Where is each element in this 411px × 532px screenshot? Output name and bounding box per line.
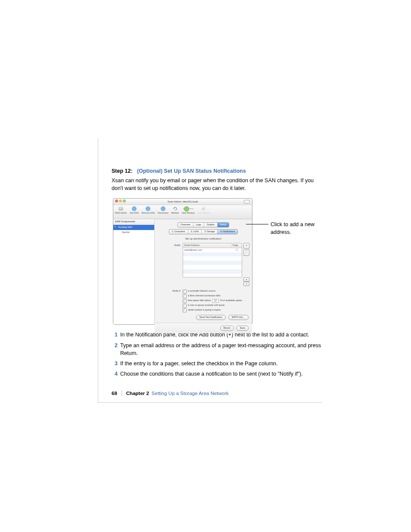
sidebar-header: SAN Components <box>113 219 154 225</box>
checkbox-icon[interactable] <box>183 299 187 303</box>
tab-setup[interactable]: Setup <box>218 223 229 227</box>
toolbar-refresh[interactable]: Refresh <box>171 206 179 214</box>
globe-add-icon <box>131 206 137 212</box>
annotation-leader-line <box>246 224 268 224</box>
tab-logs[interactable]: Logs <box>193 223 204 227</box>
main-pane: Overview Logs Graphs Setup 1: Computers … <box>155 219 252 324</box>
list-row <box>183 252 242 257</box>
toolbar-remove-san[interactable]: Remove SAN <box>142 206 155 214</box>
notify-if-label: Notify if: <box>157 289 183 312</box>
checkbox-icon[interactable] <box>183 289 187 293</box>
subtab-notifications[interactable]: 4: Notifications <box>218 230 237 234</box>
notify-list[interactable]: Email Address Page tclark@mac.com ☐ <box>183 243 242 277</box>
sidebar-item-existing-san[interactable]: Existing SAN <box>113 225 154 230</box>
send-test-button[interactable]: Send Test Notification <box>196 315 226 320</box>
svg-point-2 <box>132 207 137 211</box>
checkbox-icon[interactable] <box>183 308 187 312</box>
cond-fibre[interactable]: a fibre channel connection fails <box>183 294 243 298</box>
page-number: 68 <box>112 391 117 396</box>
col-page: Page <box>231 243 242 248</box>
toolbar-add-san[interactable]: Add SAN <box>130 206 139 214</box>
window-title: Xsan Admin: labs411.local <box>168 200 198 203</box>
cond-quota[interactable]: a user or group exceeds soft quota <box>183 304 243 308</box>
minimize-icon[interactable] <box>119 199 122 202</box>
embedded-screenshot: Xsan Admin: labs411.local RAID Admin Add… <box>113 198 252 325</box>
toolbar-disconnect[interactable]: Disconnect <box>158 206 168 214</box>
intro-text: Xsan can notify you by email or pager wh… <box>112 177 323 192</box>
close-icon[interactable] <box>115 199 118 202</box>
list-row <box>183 269 242 274</box>
list-row <box>183 261 242 265</box>
list-row[interactable]: tclark@mac.com ☐ <box>183 248 242 252</box>
sidebar: SAN Components Existing SAN SanVol <box>113 219 155 324</box>
annotation-label: Click to add a new address. <box>271 221 318 236</box>
zoom-icon[interactable] <box>123 199 126 202</box>
window-titlebar: Xsan Admin: labs411.local <box>113 199 252 205</box>
subtab-computers[interactable]: 1: Computers <box>169 230 188 234</box>
revert-button[interactable]: Revert <box>220 326 234 331</box>
step-number: Step 12: <box>112 168 133 174</box>
col-email: Email Address <box>183 243 231 248</box>
chapter-title: Setting Up a Storage Area Network <box>152 391 229 396</box>
tab-graphs[interactable]: Graphs <box>204 223 218 227</box>
cond-free-space[interactable]: free space falls below 10 % of available… <box>183 299 243 303</box>
toolbar-new-window[interactable]: New Window <box>182 206 194 214</box>
stepper-up-icon[interactable]: ▴ <box>243 277 249 282</box>
svg-rect-1 <box>119 208 122 208</box>
cond-failover[interactable]: a controller failover occurs <box>183 289 243 293</box>
svg-point-3 <box>146 207 150 211</box>
play-icon <box>201 206 206 212</box>
subtab-storage[interactable]: 3: Storage <box>202 230 218 234</box>
toolbar-toggle-icon[interactable] <box>244 200 250 203</box>
add-button[interactable]: + <box>243 243 249 249</box>
list-row <box>183 256 242 261</box>
tab-overview[interactable]: Overview <box>178 223 193 227</box>
list-row <box>183 274 242 277</box>
smtp-info-button[interactable]: SMTP Info… <box>228 315 249 320</box>
step-line: Step 12: (Optional) Set Up SAN Status No… <box>112 167 323 175</box>
step-title: (Optional) Set Up SAN Status Notificatio… <box>137 168 246 174</box>
step-4-text: Choose the conditions that cause a notif… <box>120 370 323 378</box>
refresh-icon <box>172 206 178 212</box>
raid-icon <box>118 206 124 212</box>
step-2-text: Type an email address or the address of … <box>120 342 323 357</box>
remove-button[interactable]: − <box>243 250 249 256</box>
pane-heading: Set up administrator notification <box>155 237 252 241</box>
cond-serial[interactable]: serial number is going to expire <box>183 308 243 312</box>
checkbox-icon[interactable] <box>183 304 187 308</box>
sidebar-item-volume[interactable]: SanVol <box>113 230 154 235</box>
page-footer: 68 Chapter 2 Setting Up a Storage Area N… <box>112 391 229 396</box>
save-button[interactable]: Save <box>236 326 249 331</box>
step-3-text: If the entry is for a pager, select the … <box>120 360 323 367</box>
page-checkbox[interactable]: ☐ <box>231 248 242 252</box>
disconnect-icon <box>160 206 166 212</box>
subtab-luns[interactable]: 2: LUNs <box>188 230 202 234</box>
toolbar-start-volume[interactable]: Start Volume <box>198 206 210 214</box>
globe-remove-icon <box>145 206 151 212</box>
sub-tabs: 1: Computers 2: LUNs 3: Storage 4: Notif… <box>169 229 238 234</box>
checkbox-icon[interactable] <box>183 294 187 298</box>
new-window-icon <box>183 206 194 212</box>
list-row <box>183 265 242 269</box>
notify-label: Notify: <box>157 243 181 247</box>
free-space-pct-input[interactable]: 10 <box>212 299 219 303</box>
main-tabs: Overview Logs Graphs Setup <box>177 222 229 227</box>
toolbar: RAID Admin Add SAN Remove SAN <box>113 205 252 219</box>
toolbar-raid-admin[interactable]: RAID Admin <box>115 206 127 214</box>
chapter-label: Chapter 2 <box>126 391 149 396</box>
steps-list: 1In the Notification pane, click the Add… <box>112 331 323 378</box>
stepper-down-icon[interactable]: ▾ <box>243 282 249 286</box>
svg-point-4 <box>161 207 165 211</box>
